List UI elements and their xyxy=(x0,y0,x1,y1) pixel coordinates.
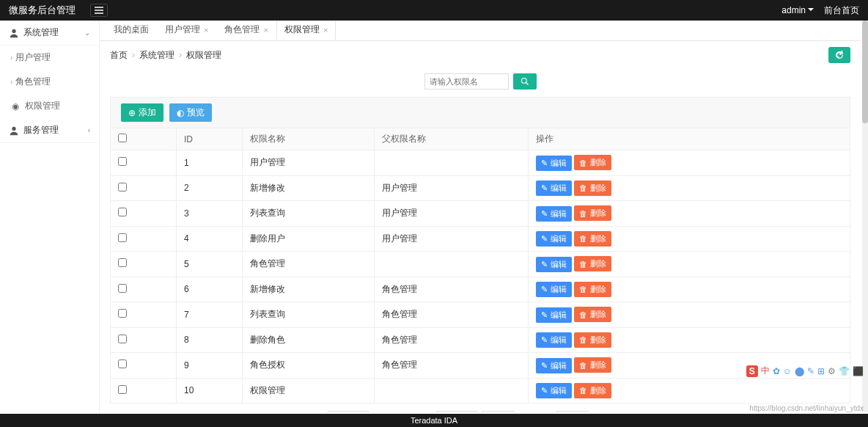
edit-button[interactable]: ✎ 编辑 xyxy=(536,206,572,222)
sidebar-item-users[interactable]: ›用户管理 xyxy=(0,45,99,70)
edit-button[interactable]: ✎ 编辑 xyxy=(536,358,572,373)
add-button[interactable]: ⊕添加 xyxy=(121,103,163,122)
cell-parent: 角色管理 xyxy=(375,277,529,302)
chevron-down-icon: ⌄ xyxy=(84,29,90,37)
cell-id: 1 xyxy=(177,150,243,176)
table-row: 5 角色管理 ✎ 编辑 🗑 删除 xyxy=(111,252,850,277)
ext-icon[interactable]: 👕 xyxy=(839,366,850,376)
cell-id: 2 xyxy=(177,175,243,201)
edit-button[interactable]: ✎ 编辑 xyxy=(536,257,572,272)
sogou-icon[interactable]: S xyxy=(746,365,758,377)
edit-button[interactable]: ✎ 编辑 xyxy=(536,180,572,196)
delete-button[interactable]: 🗑 删除 xyxy=(574,256,611,271)
row-checkbox[interactable] xyxy=(118,157,127,166)
row-checkbox[interactable] xyxy=(118,335,127,343)
page-1[interactable]: 1 xyxy=(373,412,393,413)
browser-extension-bar: S 中 ✿ ☺ ⬤ ✎ ⊞ ⚙ 👕 ⬛ xyxy=(746,365,864,377)
sidebar-item-services[interactable]: 服务管理 ‹ xyxy=(0,118,99,143)
tab-角色管理[interactable]: 角色管理× xyxy=(216,21,276,40)
search-button[interactable] xyxy=(513,73,537,90)
sidebar-item-perms[interactable]: ◉权限管理 xyxy=(0,94,99,118)
delete-button[interactable]: 🗑 删除 xyxy=(574,357,611,373)
pencil-icon: ✎ xyxy=(541,260,548,269)
cell-id: 9 xyxy=(177,353,243,379)
close-icon[interactable]: × xyxy=(263,26,268,34)
tabs: 我的桌面用户管理×角色管理×权限管理× xyxy=(100,21,861,41)
svg-line-3 xyxy=(526,83,528,85)
trash-icon: 🗑 xyxy=(579,386,587,395)
ext-icon[interactable]: ✿ xyxy=(773,366,780,376)
search-input[interactable] xyxy=(424,73,509,90)
tab-我的桌面[interactable]: 我的桌面 xyxy=(106,21,157,40)
cell-parent xyxy=(375,378,529,404)
prev-page[interactable]: 上一页 xyxy=(328,411,369,412)
row-checkbox[interactable] xyxy=(118,360,127,368)
refresh-button[interactable] xyxy=(828,47,850,63)
page-input[interactable] xyxy=(518,412,539,413)
row-checkbox[interactable] xyxy=(118,208,127,216)
delete-button[interactable]: 🗑 删除 xyxy=(574,155,611,170)
delete-button[interactable]: 🗑 删除 xyxy=(574,383,611,398)
breadcrumb: 首页 › 系统管理 › 权限管理 xyxy=(100,41,861,69)
close-icon[interactable]: × xyxy=(204,26,208,34)
table-row: 7 列表查询 角色管理 ✎ 编辑 🗑 删除 xyxy=(111,302,850,328)
ext-icon[interactable]: ⊞ xyxy=(817,366,825,376)
edit-button[interactable]: ✎ 编辑 xyxy=(536,231,572,247)
delete-button[interactable]: 🗑 删除 xyxy=(574,307,611,322)
select-all-checkbox[interactable] xyxy=(118,134,127,142)
page-2[interactable]: 2 xyxy=(393,412,413,413)
table-row: 4 删除用户 用户管理 ✎ 编辑 🗑 删除 xyxy=(111,226,850,252)
pencil-icon: ✎ xyxy=(541,183,548,193)
ext-icon[interactable]: ☺ xyxy=(783,366,792,376)
trash-icon: 🗑 xyxy=(579,209,587,218)
go-button[interactable]: 确定 xyxy=(556,411,589,412)
trash-icon: 🗑 xyxy=(579,361,587,370)
user-menu[interactable]: admin xyxy=(781,5,814,15)
ext-icon[interactable]: ⚙ xyxy=(828,366,836,376)
row-checkbox[interactable] xyxy=(118,183,127,191)
row-checkbox[interactable] xyxy=(118,258,127,267)
brand-title: 微服务后台管理 xyxy=(9,4,76,17)
sidebar-item-roles[interactable]: ›角色管理 xyxy=(0,70,99,94)
next-page[interactable]: 下一页 xyxy=(436,411,477,412)
edit-button[interactable]: ✎ 编辑 xyxy=(536,156,572,171)
preview-button[interactable]: ◐预览 xyxy=(169,103,212,122)
cell-id: 5 xyxy=(177,252,243,277)
ext-icon[interactable]: ✎ xyxy=(807,366,814,376)
cell-id: 10 xyxy=(177,378,243,404)
table-row: 10 权限管理 ✎ 编辑 🗑 删除 xyxy=(111,378,850,404)
edit-button[interactable]: ✎ 编辑 xyxy=(536,282,572,297)
page-3[interactable]: 3 xyxy=(412,412,432,413)
crumb-home[interactable]: 首页 xyxy=(110,49,128,62)
row-checkbox[interactable] xyxy=(118,385,127,394)
table-row: 9 角色授权 角色管理 ✎ 编辑 🗑 删除 xyxy=(111,353,850,379)
delete-button[interactable]: 🗑 删除 xyxy=(574,231,611,247)
user-icon xyxy=(9,28,19,38)
crumb-1[interactable]: 系统管理 xyxy=(139,49,174,62)
caret-down-icon xyxy=(808,8,814,14)
row-checkbox[interactable] xyxy=(118,233,127,242)
edit-button[interactable]: ✎ 编辑 xyxy=(536,307,572,323)
row-checkbox[interactable] xyxy=(118,284,127,293)
delete-button[interactable]: 🗑 删除 xyxy=(574,332,611,348)
tab-权限管理[interactable]: 权限管理× xyxy=(276,21,336,40)
pencil-icon: ✎ xyxy=(541,335,548,345)
delete-button[interactable]: 🗑 删除 xyxy=(574,205,611,221)
ext-icon[interactable]: ⬤ xyxy=(795,366,804,376)
cell-parent: 用户管理 xyxy=(375,175,529,201)
ext-icon[interactable]: ⬛ xyxy=(853,366,864,376)
trash-icon: 🗑 xyxy=(579,260,587,269)
frontpage-link[interactable]: 前台首页 xyxy=(824,4,859,17)
sidebar-item-system[interactable]: 系统管理 ⌄ xyxy=(0,21,99,45)
col-parent: 父权限名称 xyxy=(375,128,529,150)
hamburger-icon[interactable] xyxy=(90,4,108,17)
tab-用户管理[interactable]: 用户管理× xyxy=(157,21,216,40)
col-id: ID xyxy=(177,128,243,150)
delete-button[interactable]: 🗑 删除 xyxy=(574,282,611,297)
delete-button[interactable]: 🗑 删除 xyxy=(574,180,611,196)
edit-button[interactable]: ✎ 编辑 xyxy=(536,332,572,348)
row-checkbox[interactable] xyxy=(118,309,127,318)
close-icon[interactable]: × xyxy=(323,26,328,34)
scrollbar[interactable] xyxy=(862,21,868,412)
edit-button[interactable]: ✎ 编辑 xyxy=(536,383,572,398)
